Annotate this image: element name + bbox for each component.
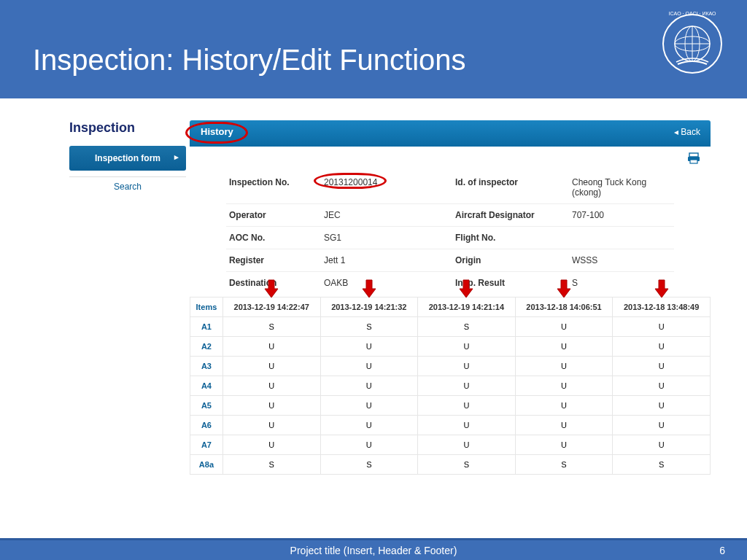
history-tab[interactable]: History <box>201 126 233 137</box>
slide-content: Inspection Inspection form ▸ Search Hist… <box>0 98 747 475</box>
sidebar-search-link[interactable]: Search <box>69 176 186 196</box>
inspector-label: Id. of inspector <box>452 171 569 203</box>
value-cell: S <box>320 455 418 475</box>
value-cell: U <box>320 376 418 396</box>
operator-value: JEC <box>321 204 452 226</box>
value-cell: U <box>613 357 711 376</box>
inspection-no-label: Inspection No. <box>226 171 321 203</box>
item-id-cell[interactable]: A1 <box>190 317 223 337</box>
register-value: Jett 1 <box>321 249 452 271</box>
svg-rect-9 <box>690 160 697 163</box>
inspection-no-text: 20131200014 <box>324 177 377 187</box>
value-cell: S <box>515 455 613 475</box>
result-label: Insp. Result <box>452 272 569 294</box>
inspector-value: Cheong Tuck Kong (ckong) <box>569 171 674 203</box>
value-cell: S <box>418 317 516 337</box>
register-label: Register <box>226 249 321 271</box>
result-value: S <box>569 272 674 294</box>
timestamp-header: 2013-12-19 14:21:32 <box>320 298 418 317</box>
toolbar-row <box>190 147 711 167</box>
value-cell: U <box>613 396 711 416</box>
designator-label: Aircraft Designator <box>452 204 569 226</box>
info-row: Destination OAKB Insp. Result S <box>226 272 674 294</box>
inspection-form-label: Inspection form <box>95 153 160 163</box>
back-button[interactable]: ◂ Back <box>674 127 700 137</box>
table-row: A2UUUUU <box>190 337 711 357</box>
value-cell: U <box>613 416 711 435</box>
caret-right-icon: ▸ <box>174 152 179 162</box>
item-id-cell[interactable]: A5 <box>190 396 223 416</box>
flight-value <box>569 227 674 249</box>
destination-label: Destination <box>226 272 321 294</box>
info-row: Inspection No. 20131200014 Id. of inspec… <box>226 171 674 204</box>
table-row: A1SSSUU <box>190 317 711 337</box>
page-number: 6 <box>719 545 725 556</box>
value-cell: S <box>222 317 320 337</box>
history-table: Items2013-12-19 14:22:472013-12-19 14:21… <box>190 297 711 475</box>
info-row: AOC No. SG1 Flight No. <box>226 227 674 249</box>
slide-title: Inspection: History/Edit Functions <box>33 44 466 77</box>
info-row: Operator JEC Aircraft Designator 707-100 <box>226 204 674 227</box>
item-id-cell[interactable]: A7 <box>190 435 223 455</box>
table-row: A7UUUUU <box>190 435 711 455</box>
value-cell: S <box>418 455 516 475</box>
value-cell: U <box>320 396 418 416</box>
value-cell: U <box>418 416 516 435</box>
slide-footer: Project title (Insert, Header & Footer) … <box>0 538 747 560</box>
value-cell: U <box>320 416 418 435</box>
value-cell: U <box>222 376 320 396</box>
origin-value: WSSS <box>569 249 674 271</box>
flight-label: Flight No. <box>452 227 569 249</box>
inspection-form-button[interactable]: Inspection form ▸ <box>69 146 186 171</box>
aoc-value: SG1 <box>321 227 452 249</box>
table-row: A8aSSSSS <box>190 455 711 475</box>
value-cell: U <box>515 396 613 416</box>
panel-bar: History ◂ Back <box>190 120 711 147</box>
value-cell: U <box>320 357 418 376</box>
timestamp-header: 2013-12-18 14:06:51 <box>515 298 613 317</box>
value-cell: U <box>418 376 516 396</box>
value-cell: U <box>320 435 418 455</box>
aoc-label: AOC No. <box>226 227 321 249</box>
item-id-cell[interactable]: A8a <box>190 455 223 475</box>
svg-rect-7 <box>689 153 698 157</box>
table-row: A3UUUUU <box>190 357 711 376</box>
destination-value: OAKB <box>321 272 452 294</box>
item-id-cell[interactable]: A2 <box>190 337 223 357</box>
timestamp-header: 2013-12-18 13:48:49 <box>613 298 711 317</box>
value-cell: U <box>222 337 320 357</box>
value-cell: S <box>320 317 418 337</box>
item-id-cell[interactable]: A4 <box>190 376 223 396</box>
item-id-cell[interactable]: A6 <box>190 416 223 435</box>
value-cell: U <box>515 435 613 455</box>
origin-label: Origin <box>452 249 569 271</box>
value-cell: S <box>222 455 320 475</box>
timestamp-header: 2013-12-19 14:21:14 <box>418 298 516 317</box>
value-cell: U <box>515 317 613 337</box>
operator-label: Operator <box>226 204 321 226</box>
sidebar-heading: Inspection <box>69 120 186 136</box>
value-cell: U <box>418 435 516 455</box>
print-icon[interactable] <box>687 152 700 164</box>
value-cell: U <box>222 357 320 376</box>
value-cell: S <box>613 455 711 475</box>
item-id-cell[interactable]: A3 <box>190 357 223 376</box>
svg-text:ICAO · OACI · ИКАО: ICAO · OACI · ИКАО <box>669 11 717 16</box>
value-cell: U <box>515 376 613 396</box>
value-cell: U <box>613 337 711 357</box>
footer-text: Project title (Insert, Header & Footer) <box>290 545 457 556</box>
slide-header: Inspection: History/Edit Functions ICAO … <box>0 0 747 98</box>
value-cell: U <box>418 396 516 416</box>
value-cell: U <box>418 337 516 357</box>
info-grid: Inspection No. 20131200014 Id. of inspec… <box>190 167 711 294</box>
info-row: Register Jett 1 Origin WSSS <box>226 249 674 272</box>
value-cell: U <box>222 435 320 455</box>
value-cell: U <box>222 416 320 435</box>
value-cell: U <box>515 416 613 435</box>
value-cell: U <box>613 376 711 396</box>
table-row: A5UUUUU <box>190 396 711 416</box>
inspection-no-value: 20131200014 <box>321 171 452 203</box>
table-row: A6UUUUU <box>190 416 711 435</box>
value-cell: U <box>222 396 320 416</box>
timestamp-header: 2013-12-19 14:22:47 <box>222 298 320 317</box>
